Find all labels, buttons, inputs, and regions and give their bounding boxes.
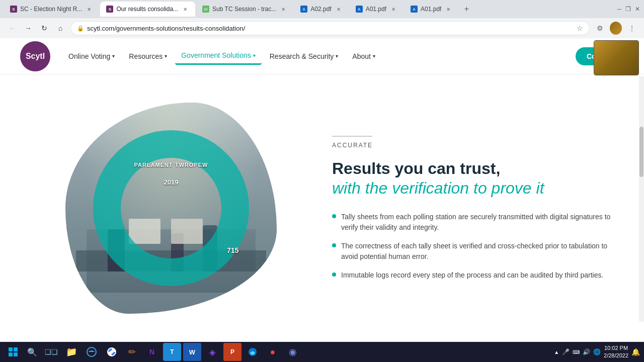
- forward-button[interactable]: →: [22, 22, 34, 34]
- tab-6-title: A01.pdf: [421, 6, 441, 13]
- browser-tab-2[interactable]: S Our results consolida... ✕: [100, 2, 195, 17]
- taskbar-app-powerpoint[interactable]: P: [223, 343, 242, 361]
- url-input[interactable]: 🔒 scytl.com/governments-solutions/result…: [70, 21, 590, 35]
- nav-online-voting-label: Online Voting: [68, 52, 110, 60]
- tab-4-close[interactable]: ✕: [335, 5, 343, 13]
- nav-research-security-label: Research & Security: [270, 52, 334, 60]
- nav-about-label: About: [352, 52, 371, 60]
- nav-about[interactable]: About ▾: [346, 48, 381, 64]
- close-window-button[interactable]: ✕: [635, 6, 640, 13]
- tab-5-close[interactable]: ✕: [389, 5, 397, 13]
- home-button[interactable]: ⌂: [54, 22, 66, 34]
- section-label: ACCURATE: [332, 142, 614, 149]
- chevron-down-icon: ▾: [253, 53, 256, 58]
- tab-1-close[interactable]: ✕: [85, 5, 93, 13]
- taskbar-app-chrome[interactable]: [103, 343, 121, 361]
- chevron-down-icon: ▾: [112, 53, 115, 59]
- notification-button[interactable]: 🔔: [631, 348, 640, 356]
- tab-5-title: A01.pdf: [366, 6, 386, 13]
- scrollbar-thumb[interactable]: [639, 127, 643, 177]
- window-controls: ─ ❐ ✕: [617, 6, 640, 13]
- bookmark-icon[interactable]: ☆: [577, 24, 583, 32]
- headline-italic: with the verification to prove it: [332, 178, 614, 198]
- url-actions: ☆: [577, 24, 583, 32]
- scrollbar-track: [639, 76, 644, 322]
- bullet-list: Tally sheets from each polling station a…: [332, 212, 614, 281]
- tab-2-close[interactable]: ✕: [181, 5, 189, 13]
- tray-icons: ▲ 🎤 ⌨ 🔊 🌐: [554, 348, 601, 355]
- bullet-item-2: The correctness of each tally sheet is v…: [332, 241, 614, 262]
- tray-keyboard-icon[interactable]: ⌨: [573, 349, 580, 355]
- tab-6-close[interactable]: ✕: [444, 5, 452, 13]
- taskbar-app-twitch[interactable]: ◈: [203, 343, 221, 361]
- browser-tab-5[interactable]: A A01.pdf ✕: [350, 2, 404, 17]
- start-button[interactable]: [4, 343, 22, 361]
- taskbar-app-task-view[interactable]: ❑❑: [42, 343, 60, 361]
- nav-resources[interactable]: Resources ▾: [123, 48, 173, 64]
- taskbar-app-edge2[interactable]: [244, 343, 262, 361]
- chevron-down-icon: ▾: [373, 53, 375, 59]
- system-clock[interactable]: 10:02 PM 2/28/2022: [604, 344, 628, 360]
- chevron-down-icon: ▾: [336, 53, 338, 59]
- site-logo[interactable]: Scytl: [20, 41, 50, 71]
- video-call-overlay: [594, 40, 639, 75]
- taskbar-search-button[interactable]: 🔍: [24, 344, 40, 360]
- refresh-button[interactable]: ↻: [38, 22, 50, 34]
- taskbar-app-paint[interactable]: ✏: [123, 343, 141, 361]
- browser-chrome: S SC - Election Night R... ✕ S Our resul…: [0, 0, 644, 38]
- bullet-text-2: The correctness of each tally sheet is v…: [341, 241, 614, 262]
- tray-network-icon[interactable]: 🌐: [593, 348, 601, 355]
- extensions-button[interactable]: ⚙: [594, 22, 606, 34]
- menu-button[interactable]: ⋮: [626, 22, 638, 34]
- nav-government-solutions-label: Government Solutions: [181, 51, 251, 59]
- bullet-item-1: Tally sheets from each polling station a…: [332, 212, 614, 233]
- tab-3-close[interactable]: ✕: [279, 5, 287, 13]
- url-text: scytl.com/governments-solutions/results-…: [87, 25, 574, 32]
- clock-date: 2/28/2022: [604, 352, 628, 359]
- maximize-button[interactable]: ❐: [625, 6, 631, 13]
- lock-icon: 🔒: [77, 25, 84, 32]
- nav-resources-label: Resources: [129, 52, 163, 60]
- nav-online-voting[interactable]: Online Voting ▾: [62, 48, 121, 64]
- taskbar-app-word[interactable]: W: [183, 343, 201, 361]
- profile-avatar[interactable]: [610, 22, 622, 35]
- browser-tab-4[interactable]: A A02.pdf ✕: [294, 2, 348, 17]
- nav-government-solutions[interactable]: Government Solutions ▾: [175, 47, 262, 65]
- image-number: 715: [227, 246, 238, 254]
- new-tab-button[interactable]: +: [459, 2, 473, 16]
- nav-research-security[interactable]: Research & Security ▾: [264, 48, 345, 64]
- profile-button[interactable]: [610, 22, 622, 34]
- teal-circle-overlay: [93, 130, 249, 286]
- minimize-button[interactable]: ─: [617, 6, 621, 13]
- browser-tab-6[interactable]: A A01.pdf ✕: [405, 2, 458, 17]
- tab-bar: S SC - Election Night R... ✕ S Our resul…: [0, 0, 644, 18]
- taskbar-app-discord[interactable]: ◉: [284, 343, 302, 361]
- blob-image: PARLAMENT TWROPEW 2019 715: [65, 103, 277, 314]
- back-button[interactable]: ←: [6, 22, 18, 34]
- headline-bold: Results you can trust,: [332, 159, 500, 177]
- browser-actions: ⚙ ⋮: [594, 22, 638, 34]
- tab-2-title: Our results consolida...: [116, 6, 178, 13]
- bullet-dot-3: [332, 273, 336, 277]
- navbar: Scytl Online Voting ▾ Resources ▾ Govern…: [0, 38, 644, 74]
- section-label-line: [332, 136, 372, 137]
- tray-speaker-icon[interactable]: 🔊: [583, 348, 590, 355]
- hero-image-area: PARLAMENT TWROPEW 2019 715: [30, 103, 312, 314]
- taskbar: 🔍 ❑❑ 📁 ✏ N T W ◈ P ● ◉ ▲ 🎤: [0, 342, 644, 362]
- taskbar-app-edge[interactable]: [83, 343, 101, 361]
- bullet-text-3: Immutable logs record every step of the …: [341, 270, 603, 281]
- image-banner-text: PARLAMENT TWROPEW: [134, 162, 208, 168]
- bullet-dot-1: [332, 214, 336, 218]
- bullet-dot-2: [332, 243, 336, 247]
- browser-tab-3[interactable]: M Sub TC Session - trac... ✕: [196, 2, 293, 17]
- taskbar-app-file-explorer[interactable]: 📁: [62, 343, 80, 361]
- taskbar-app-teamviewer[interactable]: T: [163, 343, 181, 361]
- tray-up-arrow[interactable]: ▲: [554, 349, 559, 355]
- headline: Results you can trust, with the verifica…: [332, 159, 614, 198]
- taskbar-app-onenote[interactable]: N: [143, 343, 161, 361]
- nav-items: Online Voting ▾ Resources ▾ Government S…: [62, 47, 576, 65]
- taskbar-app-chrome2[interactable]: ●: [264, 343, 282, 361]
- tray-mic-icon[interactable]: 🎤: [562, 348, 570, 355]
- browser-tab-1[interactable]: S SC - Election Night R... ✕: [4, 2, 99, 17]
- chevron-down-icon: ▾: [165, 53, 167, 59]
